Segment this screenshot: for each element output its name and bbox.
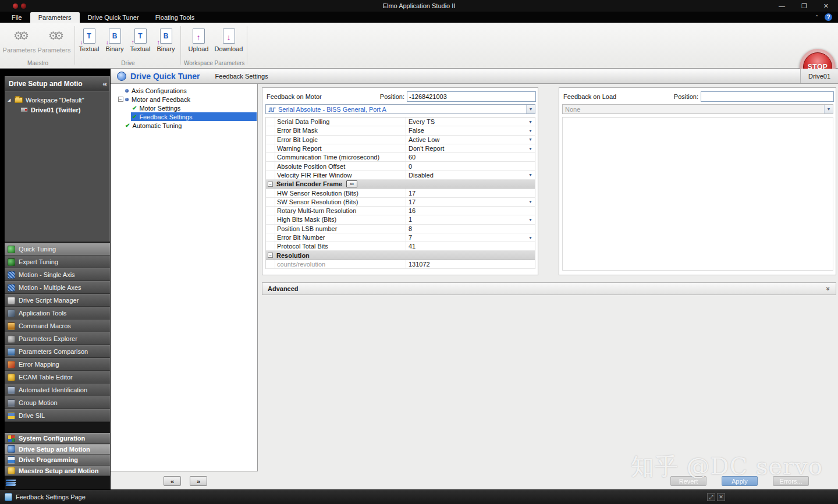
sidebar-item[interactable]: ECAM Table Editor [5,371,110,384]
collapse-icon[interactable]: − [118,97,123,102]
maximize-icon[interactable]: ❐ [801,2,807,10]
dropdown-arrow-icon[interactable]: ▼ [528,236,532,240]
property-row[interactable]: − SW Sensor Resolution (Bits)∞ 17▼ [266,198,535,207]
sidebar-item[interactable]: Parameters Comparison [5,345,110,358]
expand-advanced-icon[interactable]: » [825,287,833,291]
drive-binary-button[interactable]: B↑ Binary [154,26,178,52]
tree-item[interactable]: − ✔ Feedback Settings [111,112,257,121]
sidebar-section-button[interactable]: Maestro Setup and Motion [5,466,110,477]
menu-tab[interactable]: Drive Quick Tuner [80,12,147,23]
previous-page-button[interactable]: « [164,476,181,486]
property-row[interactable]: − Serial Data Polling∞ Every TS▼ [266,118,535,126]
property-row[interactable]: − Error Bit Mask∞ False▼ [266,126,535,135]
popout-icon[interactable]: ⤢ [707,493,715,501]
drive-textual-button[interactable]: T↓ Textual [77,26,101,52]
property-row[interactable]: − counts/revolution∞ 131072▼ [266,260,535,269]
footer-button[interactable]: Revert [670,476,706,486]
property-value[interactable]: Every TS▼ [406,118,535,126]
sidebar-item[interactable]: Motion - Multiple Axes [5,281,110,294]
tree-item[interactable]: − ✔ Motor and Feedback [111,95,257,104]
property-value[interactable]: 131072▼ [406,260,535,268]
close-icon[interactable]: ✕ [823,2,829,10]
sidebar-item[interactable]: Group Motion [5,396,110,409]
sidebar-item[interactable]: Command Macros [5,320,110,332]
motor-position-input[interactable] [407,91,536,102]
property-value[interactable]: False▼ [406,126,535,134]
workspace-node[interactable]: ◢ Workspace "Default" [5,95,109,105]
dropdown-arrow-icon[interactable]: ▼ [528,120,532,124]
sidebar-item[interactable]: Expert Tuning [5,255,110,268]
drive-textual-button[interactable]: T↑ Textual [128,26,152,52]
menu-tab[interactable]: File [3,12,30,23]
footer-button[interactable]: Apply [722,476,758,486]
property-row[interactable]: − Position LSB number∞ 8▼ [266,225,535,233]
property-value[interactable]: 60▼ [406,153,535,161]
property-row[interactable]: − Warning Report∞ Don't Report▼ [266,144,535,153]
close-icon[interactable]: ✕ [717,493,725,501]
advanced-expander[interactable]: Advanced » [262,282,836,295]
property-row[interactable]: − Absolute Position Offset∞ 0▼ [266,162,535,171]
sidebar-item[interactable]: Automated Identification [5,384,110,396]
dropdown-arrow-icon[interactable]: ▼ [528,218,532,222]
drive-node[interactable]: Drive01 (Twitter) [5,105,109,115]
upload-button[interactable]: ↑ Upload [184,26,213,52]
property-row[interactable]: − Communication Time (microsecond)∞ 60▼ [266,153,535,162]
menu-tab[interactable]: Parameters [30,12,80,23]
sidebar-item[interactable]: Motion - Single Axis [5,268,110,281]
help-icon[interactable]: ? [825,13,832,21]
dropdown-arrow-icon[interactable]: ▼ [526,105,535,113]
property-value[interactable]: 17▼ [406,189,535,197]
property-row[interactable]: − Error Bit Number∞ 7▼ [266,233,535,242]
property-row[interactable]: − Rotary Multi-turn Resolution∞ 16▼ [266,207,535,215]
download-button[interactable]: ↓ Download [214,26,243,52]
sidebar-item[interactable]: Parameters Explorer [5,332,110,345]
property-value[interactable]: Don't Report▼ [406,144,535,152]
minimize-icon[interactable]: — [779,2,785,10]
property-row[interactable]: − HW Sensor Resolution (Bits)∞ 17▼ [266,189,535,197]
property-value[interactable]: Active Low▼ [406,136,535,144]
property-value[interactable]: 8▼ [406,225,535,233]
drive-binary-button[interactable]: B↓ Binary [102,26,127,52]
motor-feedback-type-select[interactable]: Serial Absolute - BiSS General, Port A ▼ [265,104,535,114]
property-value[interactable]: 41▼ [406,242,535,250]
sidebar-section-button[interactable]: Drive Programming [5,455,110,466]
dropdown-arrow-icon[interactable]: ▼ [528,137,532,141]
expander-icon[interactable]: ◢ [8,98,15,102]
property-value[interactable]: 16▼ [406,207,535,215]
property-row[interactable]: − Velocity FIR Filter Window∞ Disabled▼ [266,171,535,180]
sidebar-item[interactable]: Error Mapping [5,358,110,371]
dropdown-arrow-icon[interactable]: ▼ [528,147,532,151]
tab-feedback-settings[interactable]: Feedback Settings [215,73,268,80]
infinity-button[interactable]: ∞ [346,180,357,187]
collapse-icon[interactable]: − [268,182,273,187]
maestro-parameters-button[interactable]: ⚙⚙ Parameters [37,26,71,54]
load-position-input[interactable] [701,91,834,102]
property-value[interactable]: Disabled▼ [406,171,535,179]
property-row[interactable]: − Resolution∞ ▼ [266,251,535,260]
tree-item[interactable]: − ✔ Automatic Tuning [111,121,257,130]
sidebar-section-button[interactable]: System Configuration [5,433,110,444]
sidebar-item[interactable]: Quick Tuning [5,243,110,255]
property-row[interactable]: − High Bits Mask (Bits)∞ 1▼ [266,215,535,224]
sidebar-item[interactable]: Drive Script Manager [5,294,110,307]
pin-ribbon-icon[interactable]: ⌃ [815,14,819,20]
collapse-panel-icon[interactable]: «‹ [102,80,106,87]
property-row[interactable]: − Protocol Total Bits∞ 41▼ [266,242,535,251]
property-value[interactable]: 0▼ [406,162,535,170]
next-page-button[interactable]: » [190,476,207,486]
property-value[interactable]: 17▼ [406,198,535,206]
footer-button[interactable]: Errors... [773,476,809,486]
dropdown-arrow-icon[interactable]: ▼ [528,173,532,177]
load-feedback-type-select[interactable]: None ▼ [562,104,833,114]
maestro-parameters-button[interactable]: ⚙⚙ Parameters [2,26,36,54]
dropdown-arrow-icon[interactable]: ▼ [824,105,833,113]
property-row[interactable]: − Error Bit Logic∞ Active Low▼ [266,136,535,144]
property-value[interactable]: 7▼ [406,233,535,242]
tree-item[interactable]: − ✔ Motor Settings [111,104,257,112]
dropdown-arrow-icon[interactable]: ▼ [528,200,532,204]
dropdown-arrow-icon[interactable]: ▼ [528,129,532,133]
collapse-icon[interactable]: − [268,253,273,258]
tree-item[interactable]: − ✔ Axis Configurations [111,86,257,95]
menu-tab[interactable]: Floating Tools [147,12,203,23]
sidebar-item[interactable]: Application Tools [5,307,110,320]
